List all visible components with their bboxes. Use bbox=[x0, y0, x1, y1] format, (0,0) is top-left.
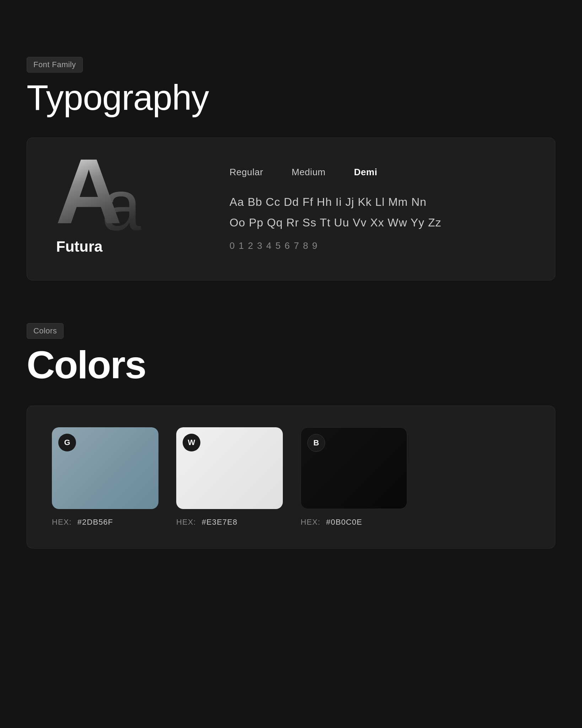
colors-title: Colors bbox=[27, 345, 555, 384]
swatch-letter-g: G bbox=[58, 434, 76, 451]
hex-row-white: HEX: #E3E7E8 bbox=[176, 518, 283, 527]
typography-card: A a Futura Regular Medium Demi Aa Bb Cc … bbox=[27, 138, 555, 280]
alphabet-line2: Oo Pp Qq Rr Ss Tt Uu Vv Xx Ww Yy Zz bbox=[230, 213, 530, 233]
hex-value-black: #0B0C0E bbox=[326, 518, 362, 527]
font-info: Regular Medium Demi Aa Bb Cc Dd Ff Hh Ii… bbox=[230, 167, 530, 251]
page-container: Font Family Typography A a Futura Regula… bbox=[0, 0, 582, 620]
typography-title: Typography bbox=[27, 79, 555, 116]
hex-row-black: HEX: #0B0C0E bbox=[301, 518, 407, 527]
hex-label-black: HEX: bbox=[301, 518, 320, 527]
swatch-black: B HEX: #0B0C0E bbox=[301, 427, 407, 527]
numbers-display: 0 1 2 3 4 5 6 7 8 9 bbox=[230, 240, 530, 251]
hex-label-white: HEX: bbox=[176, 518, 196, 527]
font-weights: Regular Medium Demi bbox=[230, 167, 530, 178]
hex-label-gray: HEX: bbox=[52, 518, 72, 527]
swatch-letter-b: B bbox=[307, 434, 325, 452]
font-preview: A a Futura bbox=[52, 159, 201, 259]
font-preview-letters: A a Futura bbox=[52, 159, 201, 259]
swatch-box-gray: G bbox=[52, 427, 158, 509]
alphabet-display: Aa Bb Cc Dd Ff Hh Ii Jj Kk Ll Mm Nn Oo P… bbox=[230, 192, 530, 233]
alphabet-line1: Aa Bb Cc Dd Ff Hh Ii Jj Kk Ll Mm Nn bbox=[230, 192, 530, 213]
colors-section: Colors Colors G HEX: #2DB56F W bbox=[27, 323, 555, 548]
colors-card: G HEX: #2DB56F W HEX: #E3E7E8 bbox=[27, 406, 555, 548]
hex-value-gray: #2DB56F bbox=[77, 518, 113, 527]
weight-medium-label: Medium bbox=[292, 167, 326, 178]
swatch-box-white: W bbox=[176, 427, 283, 509]
hex-value-white: #E3E7E8 bbox=[202, 518, 238, 527]
big-letter-upper: A bbox=[55, 145, 122, 237]
weight-regular-label: Regular bbox=[230, 167, 263, 178]
typography-section: Font Family Typography A a Futura Regula… bbox=[27, 57, 555, 280]
colors-tag: Colors bbox=[27, 323, 64, 339]
swatch-letter-w: W bbox=[183, 434, 200, 451]
color-swatches: G HEX: #2DB56F W HEX: #E3E7E8 bbox=[52, 427, 530, 527]
hex-row-gray: HEX: #2DB56F bbox=[52, 518, 158, 527]
swatch-box-black: B bbox=[301, 427, 407, 509]
swatch-white: W HEX: #E3E7E8 bbox=[176, 427, 283, 527]
typography-tag: Font Family bbox=[27, 57, 83, 73]
weight-demi-label: Demi bbox=[354, 167, 377, 178]
swatch-gray: G HEX: #2DB56F bbox=[52, 427, 158, 527]
font-name-label: Futura bbox=[56, 238, 103, 255]
